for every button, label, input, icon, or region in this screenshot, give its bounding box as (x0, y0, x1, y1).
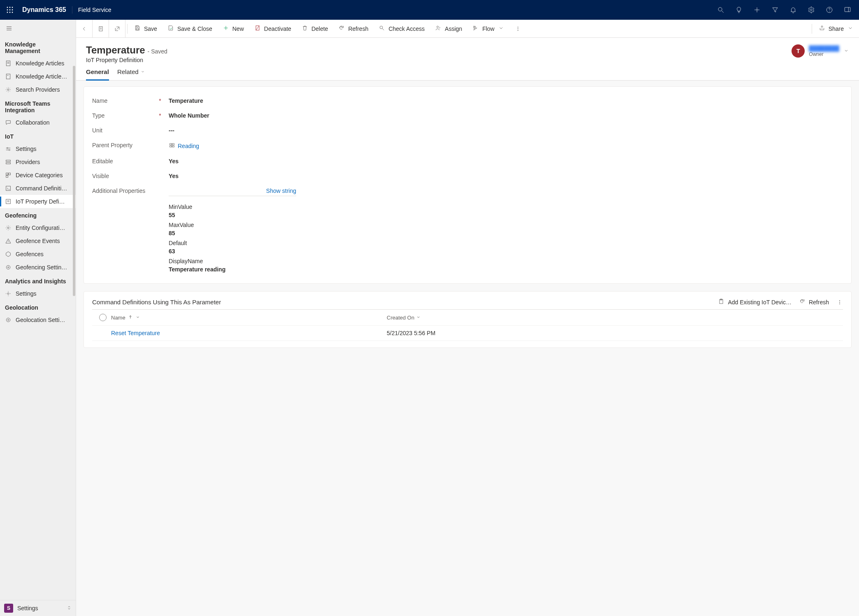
sidebar-item-analytics-settings[interactable]: Settings (0, 287, 76, 300)
svg-rect-34 (6, 186, 11, 191)
sidebar-item-collaboration[interactable]: Collaboration (0, 116, 76, 129)
location-icon (5, 317, 12, 323)
tab-related[interactable]: Related (117, 63, 145, 80)
field-value-unit[interactable]: --- (169, 127, 174, 134)
sidebar-item-providers[interactable]: Providers (0, 155, 76, 169)
gear-icon (5, 290, 12, 297)
check-access-icon (378, 25, 385, 32)
search-icon[interactable] (713, 2, 729, 18)
area-badge: S (4, 604, 13, 613)
grid-row[interactable]: Reset Temperature 5/21/2023 5:56 PM (92, 326, 843, 341)
module-label[interactable]: Field Service (78, 7, 111, 13)
sidebar-item-geofences[interactable]: Geofences (0, 248, 76, 261)
save-close-button[interactable]: Save & Close (163, 20, 218, 38)
field-value-parent[interactable]: Reading (169, 142, 199, 150)
sort-asc-icon (128, 315, 133, 321)
field-value-name[interactable]: Temperature (169, 97, 203, 104)
sidebar-item-geolocation-settings[interactable]: Geolocation Setti… (0, 313, 76, 327)
sidebar-item-knowledge-article-templates[interactable]: Knowledge Article… (0, 70, 76, 83)
svg-rect-32 (9, 173, 11, 175)
owner-avatar: T (792, 44, 805, 58)
lightbulb-icon[interactable] (731, 2, 747, 18)
sidebar-item-device-categories[interactable]: Device Categories (0, 169, 76, 182)
brand-label[interactable]: Dynamics 365 (16, 6, 72, 14)
save-button[interactable]: Save (129, 20, 163, 38)
svg-rect-29 (6, 160, 11, 161)
subgrid-refresh-button[interactable]: Refresh (799, 298, 829, 306)
flow-button[interactable]: Flow (467, 20, 510, 38)
prop-val-max[interactable]: 85 (169, 230, 296, 236)
prop-val-min[interactable]: 55 (169, 212, 296, 218)
add-icon[interactable] (749, 2, 765, 18)
open-record-set-button[interactable] (93, 20, 109, 38)
check-access-button[interactable]: Check Access (374, 20, 430, 38)
prop-val-display[interactable]: Temperature reading (169, 266, 296, 273)
svg-point-41 (8, 267, 9, 268)
more-commands-button[interactable] (510, 20, 527, 38)
assign-button[interactable]: Assign (430, 20, 467, 38)
field-value-editable[interactable]: Yes (169, 158, 179, 164)
select-all[interactable] (95, 314, 111, 321)
add-existing-button[interactable]: Add Existing IoT Devic… (718, 298, 792, 306)
property-def-icon (5, 198, 12, 205)
col-header-created[interactable]: Created On (387, 315, 840, 321)
owner-label: Owner (809, 51, 839, 57)
sidebar-item-entity-config[interactable]: Entity Configurati… (0, 221, 76, 234)
subgrid-more-button[interactable] (836, 299, 843, 306)
row-created-on: 5/21/2023 5:56 PM (387, 330, 840, 336)
sidebar-item-knowledge-articles[interactable]: Knowledge Articles (0, 57, 76, 70)
field-value-visible[interactable]: Yes (169, 173, 179, 179)
prop-val-default[interactable]: 63 (169, 248, 296, 255)
area-expand-icon[interactable] (67, 605, 72, 612)
sidebar-item-geofence-events[interactable]: Geofence Events (0, 234, 76, 248)
global-top-bar: Dynamics 365 Field Service (0, 0, 859, 20)
sidebar-item-iot-property-definitions[interactable]: IoT Property Defi… (0, 195, 76, 208)
warning-icon (5, 238, 12, 244)
share-button[interactable]: Share (814, 20, 859, 38)
svg-rect-45 (99, 26, 102, 31)
row-name-link[interactable]: Reset Temperature (111, 330, 387, 336)
col-header-name[interactable]: Name (111, 315, 387, 321)
prop-key-max: MaxValue (169, 222, 296, 228)
filter-icon[interactable] (767, 2, 783, 18)
chevron-down-icon[interactable] (843, 48, 849, 55)
assistant-panel-icon[interactable] (839, 2, 856, 18)
chevron-down-icon[interactable] (416, 315, 421, 321)
show-string-link[interactable]: Show string (266, 188, 296, 194)
required-indicator: * (158, 97, 162, 104)
app-launcher-icon[interactable] (3, 3, 16, 16)
field-value-type[interactable]: Whole Number (169, 112, 209, 119)
svg-point-6 (7, 12, 8, 13)
sidebar-item-search-providers[interactable]: Search Providers (0, 83, 76, 96)
deactivate-button[interactable]: Deactivate (249, 20, 297, 38)
help-icon[interactable] (821, 2, 838, 18)
sidebar-scrollbar[interactable] (72, 37, 76, 600)
record-entity-name: IoT Property Definition (86, 57, 167, 63)
tab-general[interactable]: General (86, 63, 109, 80)
refresh-icon (338, 25, 345, 32)
svg-point-59 (518, 30, 518, 31)
back-button[interactable] (76, 20, 93, 38)
refresh-button[interactable]: Refresh (333, 20, 374, 38)
sidebar-item-geofencing-settings[interactable]: Geofencing Settin… (0, 261, 76, 274)
field-label-type: Type (92, 112, 104, 119)
svg-point-4 (9, 9, 11, 11)
owner-control[interactable]: T ████████ Owner (792, 44, 849, 58)
chevron-down-icon (847, 25, 854, 32)
svg-point-27 (7, 148, 8, 149)
sidebar-group-geofencing: Geofencing (0, 208, 76, 221)
delete-button[interactable]: Delete (297, 20, 333, 38)
form-content: Name * Temperature Type * Whole Number U… (76, 81, 859, 616)
open-new-window-button[interactable] (109, 20, 125, 38)
notifications-icon[interactable] (785, 2, 801, 18)
area-switcher[interactable]: S Settings (0, 600, 76, 616)
svg-point-42 (7, 293, 9, 294)
sidebar-item-command-definitions[interactable]: Command Definiti… (0, 182, 76, 195)
settings-small-icon (5, 146, 12, 152)
sidebar-item-iot-settings[interactable]: Settings (0, 142, 76, 155)
chevron-down-icon[interactable] (135, 315, 140, 321)
new-button[interactable]: New (218, 20, 249, 38)
settings-icon[interactable] (803, 2, 820, 18)
sidebar-toggle-icon[interactable] (0, 20, 76, 37)
svg-point-44 (8, 320, 9, 321)
